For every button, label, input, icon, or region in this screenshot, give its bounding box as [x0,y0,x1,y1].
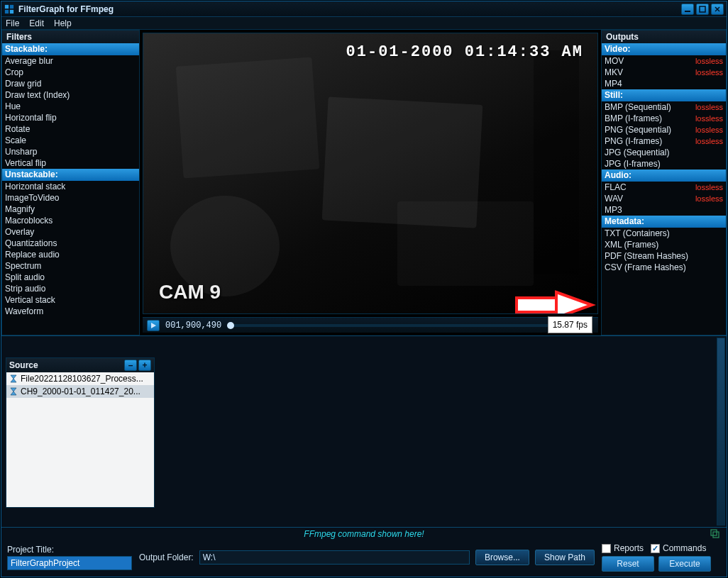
app-window: FilterGraph for FFmpeg File Edit Help Fi… [1,1,727,577]
filter-item[interactable]: Waveform [2,306,139,317]
output-item[interactable]: CSV (Frame Hashes) [602,262,726,273]
source-remove-button[interactable]: – [124,360,137,371]
output-folder-label: Output Folder: [139,552,194,562]
action-block: Reports Commands Reset Execute [602,543,721,572]
fps-readout: 15.87 fps [548,316,592,333]
filter-item[interactable]: Strip audio [2,283,139,294]
outputs-list: Video:MOVlosslessMKVlosslessMP4Still:BMP… [602,43,726,335]
filters-list: Stackable:Average blurCropDraw gridDraw … [2,43,139,335]
source-panel: Source – + File20221128103627_Process...… [6,357,155,508]
filter-item[interactable]: Scale [2,135,139,146]
hourglass-icon [9,387,18,396]
transport-bar: 001,900,490 15.87 fps N/A [143,317,598,333]
browse-button[interactable]: Browse... [475,550,529,565]
output-item[interactable]: TXT (Containers) [602,228,726,239]
svg-rect-2 [5,9,9,13]
filter-item[interactable]: Split audio [2,272,139,283]
filter-item[interactable]: Horizontal flip [2,112,139,123]
source-list: File20221128103627_Process...CH9_2000-01… [6,372,154,507]
output-item[interactable]: MKVlossless [602,67,726,78]
filter-item[interactable]: ImageToVideo [2,192,139,204]
outputs-section-header: Audio: [602,169,726,182]
command-hint: FFmpeg command shown here! [304,529,424,539]
output-item[interactable]: XML (Frames) [602,239,726,250]
filter-item[interactable]: Rotate [2,123,139,135]
commands-checkbox[interactable]: Commands [651,543,706,553]
outputs-section-header: Video: [602,43,726,55]
reports-checkbox[interactable]: Reports [602,543,644,553]
progress-track[interactable] [227,324,574,327]
output-item[interactable]: MOVlossless [602,55,726,67]
output-item[interactable]: MP4 [602,78,726,89]
menu-edit[interactable]: Edit [29,18,44,28]
minimize-button[interactable] [681,4,694,15]
filter-item[interactable]: Quantizations [2,238,139,249]
menu-help[interactable]: Help [54,18,72,28]
app-icon [4,4,14,14]
svg-rect-8 [517,298,556,312]
svg-rect-11 [711,530,717,535]
execute-button[interactable]: Execute [658,556,711,572]
video-preview[interactable]: 01-01-2000 01:14:33 AM CAM 9 [143,33,598,314]
reset-button[interactable]: Reset [602,556,654,572]
maximize-button[interactable] [696,4,709,15]
svg-rect-12 [713,532,719,538]
filter-item[interactable]: Vertical stack [2,294,139,306]
reports-checkbox-label: Reports [614,543,644,553]
show-path-button[interactable]: Show Path [535,550,595,565]
output-item[interactable]: MP3 [602,204,726,216]
filter-item[interactable]: Replace audio [2,249,139,260]
filter-item[interactable]: Average blur [2,55,139,67]
output-item[interactable]: WAVlossless [602,193,726,204]
filter-item[interactable]: Draw text (Index) [2,89,139,101]
filter-item[interactable]: Crop [2,67,139,78]
svg-rect-5 [700,6,705,12]
menu-file[interactable]: File [6,18,19,28]
filter-item[interactable]: Vertical flip [2,157,139,169]
filter-item[interactable]: Spectrum [2,260,139,272]
filter-item[interactable]: Horizontal stack [2,181,139,192]
outputs-header: Outputs [602,30,726,43]
filters-section-header: Stackable: [2,43,139,55]
filter-item[interactable]: Hue [2,101,139,112]
action-buttons: Reset Execute [602,556,721,572]
outputs-section-header: Metadata: [602,216,726,228]
output-item[interactable]: JPG (Sequential) [602,147,726,158]
project-title-input[interactable] [7,556,132,570]
source-item[interactable]: File20221128103627_Process... [6,372,154,385]
output-item[interactable]: BMP (Sequential)lossless [602,101,726,113]
filter-item[interactable]: Magnify [2,204,139,215]
outputs-panel: Outputs Video:MOVlosslessMKVlosslessMP4S… [601,30,727,335]
svg-rect-4 [685,11,690,12]
output-item[interactable]: JPG (I-frames) [602,158,726,169]
output-item[interactable]: PNG (Sequential)lossless [602,124,726,135]
outputs-section-header: Still: [602,89,726,101]
source-item[interactable]: CH9_2000-01-01_011427_20... [6,385,154,398]
svg-marker-9 [556,292,592,314]
project-block: Project Title: [7,545,132,570]
output-item[interactable]: FLAClossless [602,182,726,193]
filter-item[interactable]: Overlay [2,226,139,238]
source-add-button[interactable]: + [138,360,151,371]
output-item[interactable]: PDF (Stream Hashes) [602,250,726,262]
close-button[interactable] [711,4,724,15]
bottom-controls: Project Title: Output Folder: Browse... … [1,540,727,574]
output-item[interactable]: BMP (I-frames)lossless [602,113,726,124]
filter-item[interactable]: Macroblocks [2,215,139,226]
play-button[interactable] [147,320,160,331]
project-title-label: Project Title: [7,545,132,555]
svg-marker-10 [151,323,156,328]
window-title: FilterGraph for FFmpeg [18,4,681,14]
output-item[interactable]: PNG (I-frames)lossless [602,135,726,147]
middle-area: Source – + File20221128103627_Process...… [1,336,727,528]
preview-timestamp: 01-01-2000 01:14:33 AM [346,43,583,61]
filter-item[interactable]: Unsharp [2,146,139,157]
filter-item[interactable]: Draw grid [2,78,139,89]
menubar: File Edit Help [1,17,727,30]
preview-camera-label: CAM 9 [159,281,221,304]
output-block: Output Folder: Browse... Show Path [139,550,595,565]
command-preview: FFmpeg command shown here! [1,528,727,540]
progress-thumb[interactable] [227,322,234,329]
copy-command-icon[interactable] [710,528,719,538]
output-folder-input[interactable] [199,550,470,565]
